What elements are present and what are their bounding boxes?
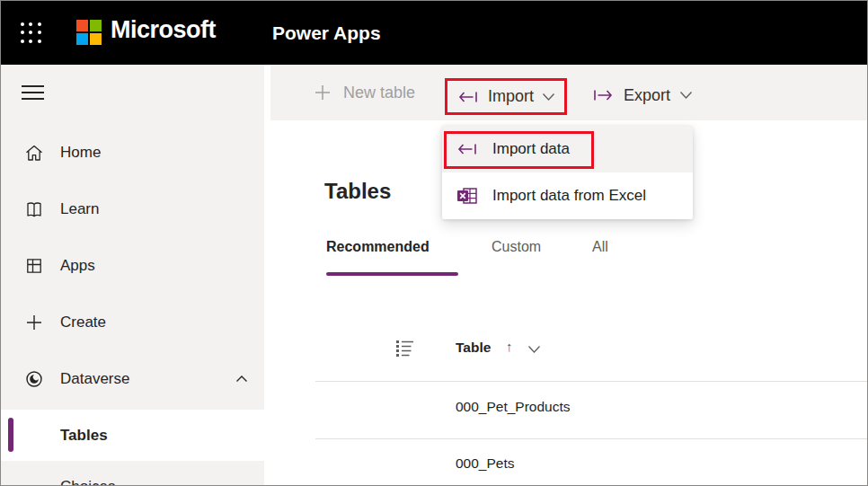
chevron-down-icon	[542, 93, 555, 102]
import-label: Import	[488, 87, 534, 106]
chevron-down-icon[interactable]	[527, 345, 541, 354]
export-arrow-icon	[591, 86, 615, 104]
dataverse-swirl-icon	[24, 369, 44, 389]
apps-grid-icon	[24, 256, 44, 276]
table-row[interactable]: 000_Pet_Products	[456, 399, 571, 415]
sidebar-item-label: Create	[60, 314, 106, 331]
page-title: Tables	[324, 179, 391, 204]
row-divider	[315, 381, 867, 382]
sidebar-item-label: Tables	[60, 427, 108, 445]
tab-custom[interactable]: Custom	[492, 239, 541, 255]
top-app-bar: Microsoft Power Apps	[1, 1, 867, 65]
sidebar-item-tables[interactable]: Tables	[1, 410, 270, 461]
table-column-header[interactable]: Table	[456, 340, 491, 356]
chevron-up-icon[interactable]	[235, 373, 249, 385]
sidebar-item-learn[interactable]: Learn	[1, 190, 264, 229]
sidebar-item-label: Dataverse	[60, 370, 129, 388]
product-name[interactable]: Power Apps	[272, 22, 381, 44]
sidebar-item-choices[interactable]: Choices	[60, 478, 115, 486]
selected-tab-indicator	[326, 272, 458, 276]
sort-ascending-icon[interactable]: ↑	[506, 339, 513, 354]
import-arrow-icon	[456, 140, 479, 158]
plus-icon	[314, 84, 332, 102]
import-dropdown-menu: Import data Import data from Excel	[442, 126, 693, 219]
selected-item-indicator	[8, 418, 13, 452]
sidebar-item-label: Learn	[60, 200, 99, 218]
hamburger-icon[interactable]	[22, 85, 44, 104]
export-button[interactable]: Export	[591, 79, 693, 111]
app-launcher-icon[interactable]	[21, 22, 41, 43]
sidebar-item-dataverse[interactable]: Dataverse	[1, 359, 264, 399]
microsoft-logo	[76, 20, 102, 45]
new-table-button[interactable]: New table	[314, 76, 415, 109]
book-icon	[24, 199, 44, 219]
sidebar-item-apps[interactable]: Apps	[1, 246, 264, 286]
menu-item-label: Import data	[492, 140, 570, 158]
import-arrow-icon	[456, 88, 480, 106]
home-icon	[24, 143, 44, 163]
menu-item-label: Import data from Excel	[492, 187, 646, 205]
menu-item-import-data-from-excel[interactable]: Import data from Excel	[442, 172, 693, 219]
excel-icon	[456, 185, 479, 207]
tab-recommended[interactable]: Recommended	[326, 239, 430, 255]
powerapps-window: Microsoft Power Apps Home Learn Apps Cre…	[0, 0, 868, 486]
sidebar-item-create[interactable]: Create	[1, 303, 264, 342]
microsoft-wordmark: Microsoft	[111, 16, 216, 44]
plus-icon	[24, 313, 44, 332]
list-columns-icon[interactable]	[394, 338, 415, 358]
export-label: Export	[624, 86, 670, 105]
new-table-label: New table	[343, 84, 415, 102]
table-row[interactable]: 000_Pets	[456, 455, 515, 472]
chevron-down-icon	[679, 91, 693, 100]
sidebar-item-label: Home	[60, 144, 101, 162]
sidebar-item-label: Apps	[60, 257, 95, 275]
row-divider	[315, 438, 867, 439]
sidebar-item-home[interactable]: Home	[1, 133, 264, 172]
menu-item-import-data[interactable]: Import data	[442, 126, 693, 172]
import-button[interactable]: Import	[445, 78, 567, 115]
tab-all[interactable]: All	[592, 239, 608, 255]
